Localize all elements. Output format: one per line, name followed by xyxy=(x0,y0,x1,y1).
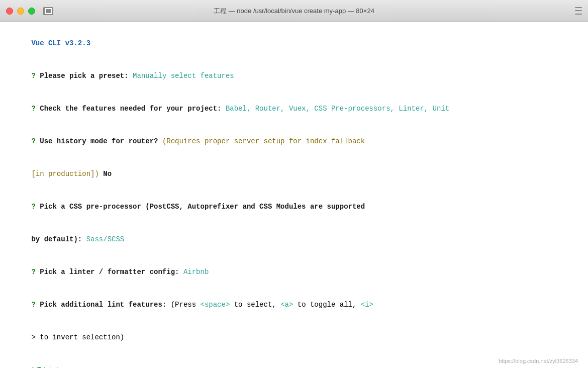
lint-features-line: ? Pick additional lint features: (Press … xyxy=(6,289,582,322)
version-text: Vue CLI v3.2.3 xyxy=(31,39,90,47)
lint-features-label: Pick additional lint features: xyxy=(40,301,170,309)
question-mark-5: ? xyxy=(31,268,40,276)
linter-line: ? Pick a linter / formatter config: Airb… xyxy=(6,256,582,289)
lint-features-plain-2: to select, xyxy=(230,301,280,309)
watermark: https://blog.csdn.net/zyl3626334 xyxy=(499,358,578,364)
lint-on-save-line[interactable]: ❯Lint on save xyxy=(6,354,582,368)
history-no: No xyxy=(99,170,112,178)
terminal-icon xyxy=(43,7,53,15)
preset-label: Please pick a preset: xyxy=(40,72,133,80)
history-hint-2: [in production]) xyxy=(31,170,99,178)
title-bar: 工程 — node /usr/local/bin/vue create my-a… xyxy=(0,0,588,22)
question-mark-4: ? xyxy=(31,203,40,211)
version-line: Vue CLI v3.2.3 xyxy=(6,27,582,60)
lint-i-key: <i> xyxy=(361,301,373,309)
features-value: Babel, Router, Vuex, CSS Pre-processors,… xyxy=(226,105,449,113)
question-mark-3: ? xyxy=(31,137,40,145)
preset-line: ? Please pick a preset: Manually select … xyxy=(6,60,582,93)
lint-features-line-2: > to invert selection) xyxy=(6,322,582,354)
linter-label: Pick a linter / formatter config: xyxy=(40,268,183,276)
history-line-2: [in production]) No xyxy=(6,158,582,191)
traffic-lights xyxy=(6,8,35,15)
features-label: Check the features needed for your proje… xyxy=(40,105,226,113)
features-line: ? Check the features needed for your pro… xyxy=(6,93,582,125)
selected-arrow: ❯ xyxy=(31,366,35,368)
history-label: Use history mode for router? xyxy=(40,137,162,145)
lint-a-key: <a> xyxy=(280,301,293,309)
lines-icon xyxy=(575,6,582,16)
terminal-inner: Vue CLI v3.2.3 ? Please pick a preset: M… xyxy=(6,27,582,363)
question-mark-6: ? xyxy=(31,301,40,309)
css-label: Pick a CSS pre-processor (PostCSS, Autop… xyxy=(40,203,365,211)
lint-invert-text: > to invert selection) xyxy=(31,333,124,341)
question-mark-2: ? xyxy=(31,105,40,113)
history-line: ? Use history mode for router? (Requires… xyxy=(6,125,582,158)
lint-features-plain-3: to toggle all, xyxy=(293,301,360,309)
window-title: 工程 — node /usr/local/bin/vue create my-a… xyxy=(214,7,374,16)
css-value: Sass/SCSS xyxy=(86,235,125,243)
css-line: ? Pick a CSS pre-processor (PostCSS, Aut… xyxy=(6,191,582,223)
terminal-content: Vue CLI v3.2.3 ? Please pick a preset: M… xyxy=(0,22,588,368)
close-button[interactable] xyxy=(6,8,13,15)
linter-value: Airbnb xyxy=(183,268,209,276)
lint-on-save-label: Lint on save xyxy=(44,366,94,368)
css-label-2: by default): xyxy=(31,235,86,243)
history-hint: (Requires proper server setup for index … xyxy=(162,137,365,145)
lint-space-key: <space> xyxy=(201,301,230,309)
lint-features-plain-1: (Press xyxy=(171,301,201,309)
question-mark-1: ? xyxy=(31,72,40,80)
preset-value: Manually select features xyxy=(133,72,234,80)
maximize-button[interactable] xyxy=(28,8,35,15)
minimize-button[interactable] xyxy=(17,8,24,15)
title-bar-right xyxy=(575,6,582,16)
css-line-2: by default): Sass/SCSS xyxy=(6,223,582,256)
